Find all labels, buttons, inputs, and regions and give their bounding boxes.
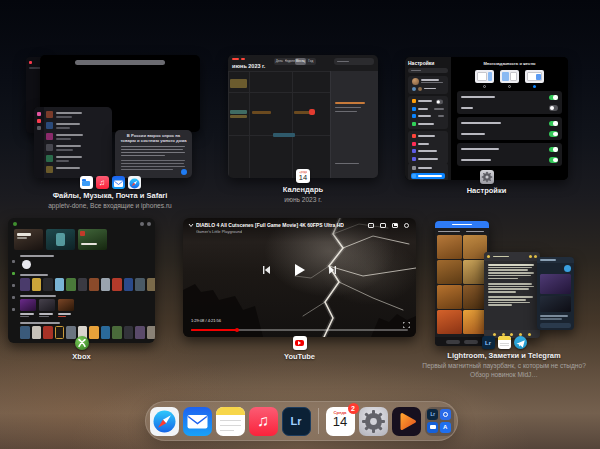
music-glyph: ♫ (257, 412, 269, 430)
mini-appstore-icon: A (440, 422, 451, 433)
toggle-row (457, 118, 562, 129)
chevron-down-icon (188, 223, 194, 228)
featured-tile (39, 299, 55, 317)
music-icon: ♫ (96, 176, 109, 189)
text-line (488, 275, 531, 277)
group-label-calendar: Среда 14 Календарь июнь 2023 г. (228, 169, 378, 205)
photo-thumb (437, 235, 462, 259)
game-tile (20, 278, 30, 291)
game-tile (55, 278, 65, 291)
list-row (46, 144, 53, 151)
youtube-icon (293, 336, 307, 350)
event-chip (252, 111, 271, 114)
article-title: В России вырос спрос на товары и системы… (120, 133, 187, 144)
lightroom-header (435, 221, 489, 228)
photo-thumb (437, 260, 462, 284)
nav-rail-dot-active (12, 272, 15, 275)
dock: ♫ Lr Среда 14 2 (145, 401, 458, 441)
pip-icon (392, 223, 398, 228)
toggle-card (457, 117, 562, 140)
dock-app-library-icon[interactable]: Lr A (425, 407, 454, 436)
dock-calendar-icon[interactable]: Среда 14 2 (326, 407, 355, 436)
dock-media-player-icon[interactable] (392, 407, 421, 436)
text-line (488, 302, 530, 304)
game-tile (32, 278, 42, 291)
text-line (56, 123, 80, 125)
settings-detail-title: Многозадачность и жесты (451, 61, 568, 66)
photo-thumb (437, 285, 462, 309)
sidebar-dot (37, 126, 41, 130)
text-line (540, 315, 568, 317)
dock-settings-icon[interactable] (359, 407, 388, 436)
group-subtitle: appletv-done, Все входящие и iphones.ru (48, 202, 172, 211)
text-line (121, 160, 185, 161)
game-tile (135, 278, 145, 291)
text-line (56, 138, 71, 140)
text-line (335, 163, 359, 164)
text-line (335, 102, 365, 104)
window-mail-list[interactable] (34, 107, 112, 178)
toolbar-icon-red (241, 58, 245, 60)
dock-notes-icon[interactable] (216, 407, 245, 436)
hero-card (78, 229, 107, 250)
game-tile (78, 278, 88, 291)
segment-month: Месяц (295, 58, 306, 65)
photo-grid (437, 235, 487, 334)
text-line (121, 155, 165, 156)
radio (483, 85, 486, 88)
dock-lightroom-icon[interactable]: Lr (282, 407, 311, 436)
settings-search-field (408, 68, 448, 73)
window-lightroom[interactable] (435, 221, 489, 346)
text-line (488, 296, 533, 298)
video-channel: Gamer's Little Playground (196, 229, 242, 234)
window-youtube[interactable]: DIABLO 4 All Cutscenes [Full Game Movie]… (183, 218, 416, 337)
dock-safari-icon[interactable] (150, 407, 179, 436)
event-chip (230, 115, 247, 118)
xbox-icon (75, 336, 89, 350)
lightroom-glyph: Lr (485, 340, 491, 346)
text-line (488, 272, 534, 274)
calendar-search-field (334, 58, 374, 65)
telegram-header (537, 257, 574, 263)
window-calendar[interactable]: июнь 2023 г. День Неделя Месяц Год (228, 55, 378, 178)
window-xbox[interactable] (8, 218, 155, 343)
game-tile (66, 278, 76, 291)
hero-card (46, 229, 75, 250)
settings-row-cellular (411, 121, 445, 128)
message-input (540, 323, 571, 328)
toggle (549, 121, 558, 127)
previous-icon (262, 266, 270, 274)
text-line (488, 267, 532, 269)
toggle-row (457, 155, 562, 166)
nav-rail-dot (12, 308, 15, 311)
text-line (121, 169, 173, 170)
group-label-youtube: YouTube (183, 336, 416, 361)
nav-rail-dot (12, 260, 15, 263)
next-icon (329, 266, 337, 274)
text-line (121, 166, 185, 167)
toggle (549, 157, 558, 163)
settings-group-notifications (408, 131, 448, 164)
group-title: Файлы, Музыка, Почта и Safari (53, 191, 168, 200)
calendar-month-title: июнь 2023 г. (232, 63, 265, 69)
dock-divider (318, 408, 319, 434)
channel-avatar (564, 265, 571, 272)
window-safari-article[interactable]: В России вырос спрос на товары и системы… (115, 130, 192, 178)
toggle (436, 99, 443, 103)
settings-row-notifications (411, 133, 445, 140)
toggle-row (457, 129, 562, 140)
notes-icon (498, 336, 511, 349)
toggle-card (457, 143, 562, 166)
dock-mail-icon[interactable] (183, 407, 212, 436)
window-telegram[interactable] (537, 257, 574, 330)
event-chip (230, 110, 247, 114)
today-badge (309, 109, 315, 115)
progress-fill (191, 329, 237, 331)
window-settings[interactable]: Настройки (405, 57, 568, 180)
music-glyph: ♫ (99, 178, 105, 187)
featured-tile (20, 299, 36, 317)
window-notes[interactable] (484, 252, 540, 338)
hero-card (14, 229, 43, 250)
dock-music-icon[interactable]: ♫ (249, 407, 278, 436)
files-icon (80, 176, 93, 189)
